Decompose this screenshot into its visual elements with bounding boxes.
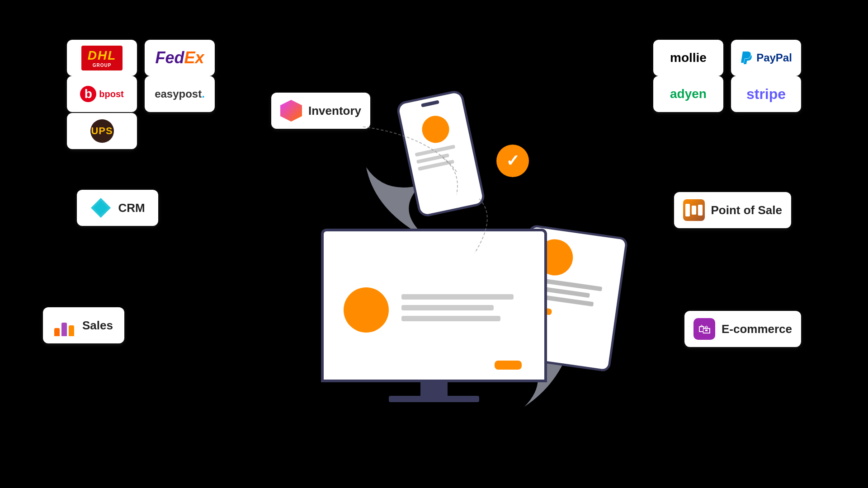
crm-icon-svg: [90, 197, 112, 219]
phone-line-1: [415, 145, 455, 156]
ups-badge: UPS: [67, 113, 137, 149]
adyen-badge: adyen: [653, 76, 723, 112]
adyen-label: adyen: [670, 87, 707, 101]
sales-badge: Sales: [43, 307, 124, 343]
sales-label: Sales: [82, 319, 113, 333]
stripe-label: stripe: [746, 86, 786, 103]
pos-label: Point of Sale: [711, 203, 782, 217]
paypal-icon: [740, 52, 753, 64]
monitor-circle: [344, 287, 389, 333]
ecommerce-label: E-commerce: [722, 322, 792, 336]
ecommerce-badge: 🛍 E-commerce: [684, 311, 801, 347]
phone-circle: [420, 113, 452, 145]
crm-icon: [90, 197, 112, 219]
crm-label: CRM: [118, 201, 145, 215]
svg-marker-1: [94, 201, 108, 215]
mollie-label: mollie: [670, 51, 707, 65]
stripe-badge: stripe: [731, 76, 801, 112]
pos-badge: Point of Sale: [674, 192, 791, 228]
central-illustration: ✓: [231, 68, 637, 420]
mollie-badge: mollie: [653, 40, 723, 76]
bpost-badge: b bpost: [67, 76, 137, 112]
check-badge: ✓: [496, 145, 529, 177]
monitor-line-1: [401, 294, 514, 300]
fedex-badge: FedEx: [145, 40, 215, 76]
monitor-button: [495, 361, 522, 370]
monitor-screen: [321, 229, 547, 382]
phone-notch: [421, 100, 439, 107]
ecommerce-icon: 🛍: [693, 318, 715, 340]
monitor-base: [389, 396, 479, 402]
check-icon: ✓: [506, 151, 519, 170]
monitor: [321, 229, 547, 402]
phone-lines: [415, 143, 468, 171]
monitor-line-2: [401, 305, 494, 310]
paypal-badge: PayPal: [731, 40, 801, 76]
crm-badge: CRM: [77, 190, 158, 226]
monitor-line-3: [401, 316, 500, 321]
monitor-stand: [420, 382, 448, 396]
paypal-label: PayPal: [756, 52, 792, 64]
pos-icon: [683, 199, 705, 221]
ecommerce-bag-icon: 🛍: [698, 322, 711, 337]
easypost-badge: easypost.: [145, 76, 215, 112]
dhl-badge: DHL Group: [67, 40, 137, 76]
sales-icon: [54, 314, 76, 336]
monitor-lines: [401, 294, 533, 321]
